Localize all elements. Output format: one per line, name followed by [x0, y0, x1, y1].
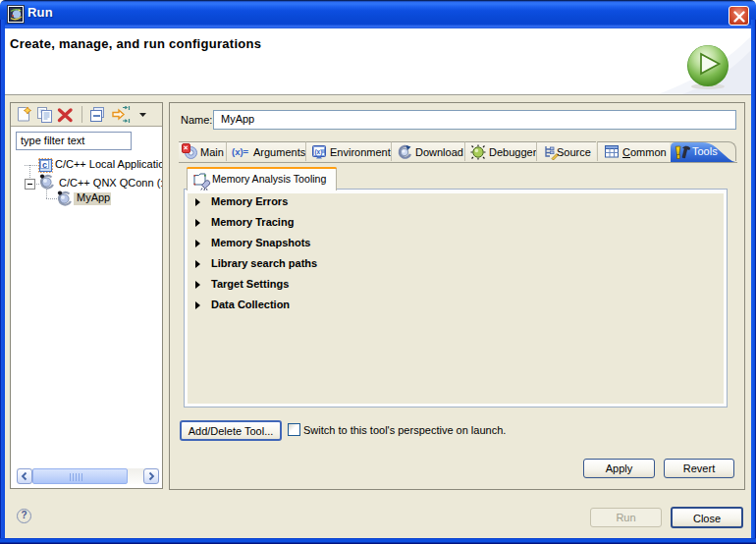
svg-text:(x): (x)	[314, 148, 322, 156]
svg-text:c: c	[42, 160, 47, 170]
